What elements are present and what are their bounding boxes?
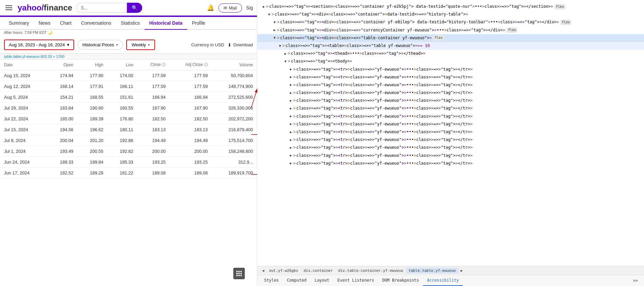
expand-arrow[interactable] <box>290 145 292 150</box>
dom-tree-line[interactable]: >class>>=>>"tag">><div> >class>>=>>"cont… <box>257 18 644 26</box>
prices-type-label: Historical Prices <box>83 42 114 47</box>
expand-arrow[interactable] <box>284 51 286 56</box>
yahoo-text: yahoo/ <box>18 3 44 12</box>
tab-profile[interactable]: Profile <box>187 17 210 30</box>
tab-chart[interactable]: Chart <box>55 17 76 30</box>
expand-arrow[interactable] <box>263 4 265 9</box>
breadcrumb-item[interactable]: div.table-container.yf-ewueuo <box>336 268 406 273</box>
col-date: Date <box>0 59 47 70</box>
devtools-tab-styles[interactable]: Styles <box>260 275 283 286</box>
dom-tree-line[interactable]: >class>>=>>"tag">><div> >class>>=>>"cont… <box>257 10 644 18</box>
mail-button[interactable]: ✉ Mail <box>218 3 242 13</box>
collapse-arrow[interactable] <box>274 35 276 41</box>
tab-statistics[interactable]: Statistics <box>116 17 145 30</box>
expand-arrow[interactable] <box>290 98 292 103</box>
devtools-tab-event-listeners[interactable]: Event Listeners <box>334 275 378 286</box>
frequency-dropdown[interactable]: Weekly ▾ <box>126 40 155 50</box>
data-table-wrapper[interactable]: Date Open High Low Close ⓘ Adj Close ⓘ V… <box>0 59 257 286</box>
dom-tree-line[interactable]: >class>>=>>"tag">><tr> >class>>=>>"yf-ew… <box>257 120 644 128</box>
expand-arrow[interactable] <box>290 153 292 158</box>
devtools-tab-dom-breakpoints[interactable]: DOM Breakpoints <box>378 275 423 286</box>
collapse-arrow[interactable] <box>284 59 286 64</box>
devtools-more-button[interactable]: >> <box>630 276 641 286</box>
expand-arrow[interactable] <box>290 82 292 88</box>
tab-historical-data[interactable]: Historical Data <box>145 17 187 30</box>
grid-view-button[interactable] <box>233 268 245 279</box>
cell-value: 174.00 <box>107 70 137 81</box>
cell-date: Jun 17, 2024 <box>0 168 47 178</box>
flex-badge: flex <box>555 4 565 9</box>
expand-arrow[interactable] <box>290 114 292 119</box>
expand-arrow[interactable] <box>290 161 292 166</box>
search-input[interactable] <box>76 3 127 13</box>
collapse-arrow[interactable] <box>279 43 281 49</box>
dom-tree-line[interactable]: >class>>=>>"tag">><tr> >class>>=>>"yf-ew… <box>257 97 644 104</box>
dom-tree-line[interactable]: >class>>=>>"tag">><tr> >class>>=>>"yf-ew… <box>257 152 644 160</box>
dom-tree-line[interactable]: >class>>=>>"tag">><tr> >class>>=>>"yf-ew… <box>257 104 644 112</box>
dom-tree-line[interactable]: >class>>=>>"tag">><section> >class>>=>>"… <box>257 3 644 10</box>
dom-tree-line[interactable]: >class>>=>>"tag">><table> >class>>=>>"ta… <box>257 42 644 50</box>
expand-arrow[interactable] <box>290 121 292 127</box>
close-info-icon: ⓘ <box>162 63 166 67</box>
collapse-arrow[interactable] <box>268 12 270 17</box>
dom-tree-line[interactable]: >class>>=>>"tag">><tbody>> <box>257 57 644 65</box>
tab-summary[interactable]: Summary <box>4 17 34 30</box>
prices-type-dropdown[interactable]: Historical Prices ▾ <box>78 40 123 50</box>
tab-news[interactable]: News <box>34 17 55 30</box>
date-range-picker[interactable]: Aug 16, 2023 - Aug 16, 2024 ▾ <box>4 40 74 50</box>
dom-tree-line[interactable]: >class>>=>>"tag">><tr> >class>>=>>"yf-ew… <box>257 81 644 89</box>
devtools-tab-computed[interactable]: Computed <box>283 275 310 286</box>
cell-date: Jul 29, 2024 <box>0 103 47 114</box>
expand-arrow[interactable] <box>290 90 292 96</box>
devtools-dom-view[interactable]: >class>>=>>"tag">><section> >class>>=>>"… <box>257 0 644 266</box>
cell-value: 200.04 <box>47 135 77 146</box>
cell-value: 185.33 <box>107 157 137 168</box>
expand-arrow[interactable] <box>274 27 276 33</box>
devtools-tab-layout[interactable]: Layout <box>310 275 333 286</box>
cell-value: 192.82 <box>107 146 137 157</box>
dom-tree-line[interactable]: >class>>=>>"tag">><tr> >class>>=>>"yf-ew… <box>257 113 644 120</box>
dom-tree-line[interactable]: >class>>=>>"tag">><tr> >class>>=>>"yf-ew… <box>257 128 644 136</box>
devtools-tab-accessibility[interactable]: Accessibility <box>423 275 463 286</box>
search-button[interactable]: 🔍 <box>127 3 142 13</box>
dom-tree-line[interactable]: >class>>=>>"tag">><div> >class>>=>>"tabl… <box>257 34 644 42</box>
frequency-arrow: ▾ <box>148 43 150 47</box>
breadcrumb-item[interactable]: out.yf-w26gkv <box>266 268 301 273</box>
dom-tree-line[interactable]: >class>>=>>"tag">><thead>> ••• >class>>=… <box>257 50 644 57</box>
breadcrumb-nav-left[interactable]: ◀ <box>260 268 266 273</box>
sign-in-link[interactable]: Sig <box>246 5 253 10</box>
expand-arrow[interactable] <box>290 137 292 143</box>
breadcrumb-item[interactable]: table.table.yf-ewueuo <box>406 268 458 273</box>
breadcrumb-item[interactable]: div.container <box>301 268 336 273</box>
bell-icon[interactable]: 🔔 <box>207 4 214 11</box>
dom-tree-line[interactable]: >class>>=>>"tag">><tr> >class>>=>>"yf-ew… <box>257 136 644 144</box>
cell-value: 193.25 <box>137 157 170 168</box>
expand-arrow[interactable] <box>290 67 292 72</box>
breadcrumb-nav-right[interactable]: ▶ <box>458 268 465 273</box>
date-picker-arrow: ▾ <box>67 42 69 47</box>
dom-tree-line[interactable]: >class>>=>>"tag">><div> >class>>=>>"curr… <box>257 26 644 34</box>
dom-tree-line[interactable]: >class>>=>>"tag">><tr> >class>>=>>"yf-ew… <box>257 89 644 97</box>
cell-value: 201.20 <box>78 135 107 146</box>
expand-arrow[interactable] <box>290 129 292 135</box>
dom-tree-line[interactable]: >class>>=>>"tag">><tr> >class>>=>>"yf-ew… <box>257 73 644 81</box>
cell-value: 193.25 <box>170 157 212 168</box>
expand-arrow[interactable] <box>290 74 292 80</box>
cell-value: 200.00 <box>137 146 170 157</box>
dom-tree-line[interactable]: >class>>=>>"tag">><tr> >class>>=>>"yf-ew… <box>257 144 644 151</box>
flex-badge: flex <box>433 35 444 41</box>
cell-value: 202,972,200 <box>212 114 257 124</box>
hamburger-menu[interactable] <box>4 4 14 11</box>
collapse-arrow[interactable] <box>274 20 276 25</box>
dom-tree-line[interactable]: >class>>=>>"tag">><tr> >class>>=>>"yf-ew… <box>257 160 644 167</box>
yahoo-finance-logo[interactable]: yahoo/finance <box>18 3 72 13</box>
date-range-value: Aug 16, 2023 - Aug 16, 2024 <box>9 42 65 47</box>
tab-conversations[interactable]: Conversations <box>76 17 116 30</box>
cell-value: 50,700,604 <box>212 70 257 81</box>
mail-label: Mail <box>229 5 237 10</box>
download-button[interactable]: ⬇ Download <box>228 42 253 48</box>
dom-tree-line[interactable]: >class>>=>>"tag">><tr> >class>>=>>"yf-ew… <box>257 66 644 73</box>
table-header: Date Open High Low Close ⓘ Adj Close ⓘ V… <box>0 59 257 70</box>
expand-arrow[interactable] <box>290 106 292 111</box>
download-label: Download <box>233 42 253 47</box>
